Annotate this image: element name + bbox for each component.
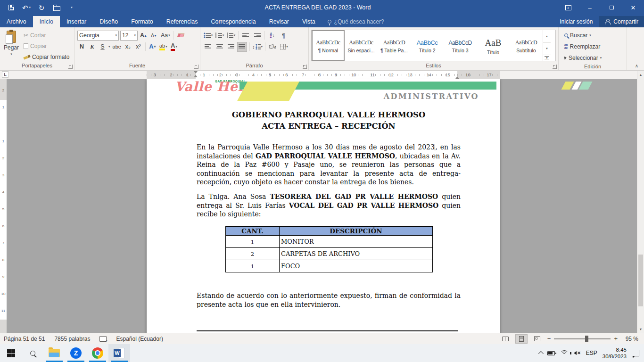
taskbar-clock[interactable]: 8:45 30/8/2023 — [603, 346, 627, 360]
closing-paragraph[interactable]: Estando de acuerdo con lo anteriormente … — [197, 291, 461, 309]
tab-referencias[interactable]: Referencias — [160, 16, 205, 27]
tab-archivo[interactable]: Archivo — [0, 16, 33, 27]
battery-icon[interactable] — [547, 351, 555, 355]
underline-button[interactable]: S — [98, 42, 107, 52]
taskbar-file-explorer[interactable] — [43, 344, 65, 362]
show-paragraph-marks-button[interactable]: ¶ — [279, 31, 289, 41]
align-center-button[interactable] — [215, 42, 224, 52]
change-case-arrow[interactable]: ▾ — [168, 33, 170, 37]
styles-gallery-more-button[interactable]: ▼ — [545, 56, 549, 60]
font-color-arrow[interactable]: ▾ — [175, 45, 177, 49]
zoom-slider-thumb[interactable] — [585, 336, 588, 342]
font-dialog-launcher[interactable] — [194, 65, 198, 69]
highlight-arrow[interactable]: ▾ — [165, 45, 167, 49]
tell-me-search[interactable]: ¿Qué desea hacer? — [322, 16, 390, 27]
borders-arrow[interactable]: ▾ — [286, 45, 288, 49]
customize-qat-button[interactable]: ▾ — [65, 1, 78, 14]
minimize-button[interactable]: – — [579, 0, 601, 15]
cut-button[interactable]: ✂Cortar — [22, 30, 71, 41]
open-button[interactable] — [50, 1, 63, 14]
sort-button[interactable]: AZ↓ — [267, 31, 277, 41]
style-heading3[interactable]: AaBbCcDTítulo 3 — [444, 30, 477, 61]
format-painter-button[interactable]: Copiar formato — [22, 52, 71, 62]
superscript-button[interactable]: x² — [134, 42, 143, 52]
style-subtitle[interactable]: AaBbCcDSubtítulo — [510, 30, 543, 61]
shrink-font-button[interactable]: A▼ — [149, 31, 158, 41]
styles-scroll-down-button[interactable]: ▼ — [543, 43, 551, 56]
share-button[interactable]: Compartir — [599, 16, 644, 27]
font-size-dropdown-arrow[interactable]: ▾ — [134, 33, 136, 37]
style-table-paragraph[interactable]: AaBbCcD¶ Table Pa... — [378, 30, 411, 61]
bullets-button[interactable]: ▾ — [203, 31, 213, 41]
align-right-button[interactable] — [226, 42, 236, 52]
borders-button[interactable]: ▾ — [279, 42, 289, 52]
align-left-button[interactable] — [203, 42, 213, 52]
highlight-button[interactable]: ab▾ — [158, 42, 168, 52]
numbering-button[interactable]: ▾ — [215, 31, 224, 41]
volume-muted-icon[interactable]: ✕ — [574, 351, 581, 355]
font-name-combobox[interactable]: Georgia▾ — [77, 31, 119, 41]
zoom-in-button[interactable]: + — [614, 335, 618, 342]
paragraph-dialog-launcher[interactable] — [303, 65, 307, 69]
horizontal-ruler[interactable]: 3 2 1 1 2 3 4 5 6 7 8 9 10 11 12 13 14 1… — [147, 71, 500, 79]
paste-dropdown-arrow[interactable]: ▾ — [10, 52, 12, 56]
zoom-out-button[interactable]: − — [547, 335, 551, 342]
table-header-cant[interactable]: CANT. — [226, 227, 280, 236]
undo-button[interactable]: ↶▾ — [20, 1, 33, 14]
scrollbar-thumb[interactable] — [638, 255, 643, 306]
line-spacing-arrow[interactable]: ▾ — [261, 45, 263, 49]
tab-correspondencia[interactable]: Correspondencia — [204, 16, 262, 27]
tab-insertar[interactable]: Insertar — [60, 16, 93, 27]
vertical-scrollbar[interactable]: ▲ ▼ — [637, 71, 644, 333]
grow-font-button[interactable]: A▲ — [139, 31, 148, 41]
table-cell-qty[interactable]: 2 — [226, 248, 280, 260]
language-indicator[interactable]: Español (Ecuador) — [116, 336, 163, 342]
document-title-line2[interactable]: ACTA ENTREGA – RECEPCIÓN — [197, 122, 461, 131]
text-effects-arrow[interactable]: ▾ — [154, 45, 156, 49]
tab-diseno[interactable]: Diseño — [93, 16, 124, 27]
vertical-ruler[interactable]: 2 1 1 2 3 4 5 6 7 8 9 10 11 — [0, 79, 7, 333]
style-title[interactable]: AaBTítulo — [477, 30, 510, 61]
start-button[interactable] — [0, 344, 22, 362]
shading-button[interactable]: ▾ — [268, 42, 278, 52]
multilevel-list-button[interactable]: ▾ — [226, 31, 236, 41]
multilevel-arrow[interactable]: ▾ — [234, 33, 236, 37]
document-title-line1[interactable]: GOBIERNO PARROQUIAL VALLE HERMOSO — [197, 110, 461, 119]
save-button[interactable] — [5, 1, 18, 14]
collapse-ribbon-button[interactable]: ∧ — [635, 63, 638, 68]
tab-revisar[interactable]: Revisar — [263, 16, 296, 27]
font-name-dropdown-arrow[interactable]: ▾ — [115, 33, 117, 37]
zoom-slider[interactable] — [554, 338, 611, 339]
subscript-button[interactable]: x₂ — [124, 42, 132, 52]
styles-scroll-up-button[interactable]: ▲ — [543, 30, 551, 43]
taskbar-word[interactable]: W — [108, 344, 130, 362]
action-center-icon[interactable] — [632, 350, 639, 356]
right-indent-marker[interactable] — [455, 76, 459, 79]
numbering-arrow[interactable]: ▾ — [223, 33, 224, 37]
change-case-button[interactable]: Aa▾ — [160, 31, 171, 41]
line-spacing-button[interactable]: ↕▾ — [252, 42, 263, 52]
indent-marker[interactable] — [194, 71, 198, 79]
scroll-up-button[interactable]: ▲ — [637, 71, 644, 78]
word-count[interactable]: 7855 palabras — [54, 336, 90, 342]
table-header-descripcion[interactable]: DESCRIPCIÓN — [280, 227, 433, 236]
style-normal[interactable]: AaBbCcDc¶ Normal — [312, 30, 345, 61]
page-count[interactable]: Página 51 de 51 — [4, 336, 45, 342]
read-mode-button[interactable] — [499, 334, 512, 344]
copy-button[interactable]: Copiar — [22, 41, 71, 51]
restore-button[interactable] — [601, 0, 622, 15]
justify-button[interactable] — [237, 42, 247, 52]
clipboard-dialog-launcher[interactable] — [68, 65, 73, 69]
hidden-icons-chevron[interactable] — [538, 351, 544, 356]
proofing-status-icon[interactable] — [99, 336, 107, 342]
style-heading2[interactable]: AaBbCcTítulo 2 — [411, 30, 444, 61]
table-cell-qty[interactable]: 1 — [226, 260, 280, 272]
ribbon-display-options-button[interactable]: ▴ — [557, 0, 579, 15]
bullets-arrow[interactable]: ▾ — [211, 33, 213, 37]
font-color-button[interactable]: A▾ — [170, 42, 179, 52]
clear-formatting-button[interactable] — [176, 31, 185, 41]
underline-dropdown-arrow[interactable]: ▾ — [108, 45, 110, 49]
find-arrow[interactable]: ▾ — [589, 33, 591, 37]
decrease-indent-button[interactable] — [241, 31, 251, 41]
redo-button[interactable]: ↻ — [35, 1, 48, 14]
